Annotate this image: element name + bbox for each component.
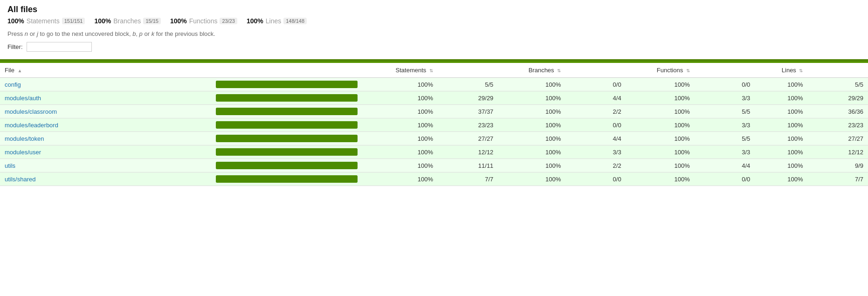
branches-badge: 15/15 bbox=[143, 18, 161, 24]
progress-bar-fill bbox=[216, 121, 358, 129]
progress-bar-bg bbox=[216, 162, 358, 169]
bar-cell bbox=[211, 105, 362, 118]
coverage-item-branches: 100% Branches 15/15 bbox=[94, 17, 161, 25]
ln-pct-cell: 100% bbox=[755, 78, 807, 91]
statements-badge: 151/151 bbox=[62, 18, 85, 24]
fn-val-cell: 5/5 bbox=[695, 132, 755, 145]
progress-bar-bg bbox=[216, 175, 358, 183]
stmt-pct-cell: 100% bbox=[362, 105, 438, 118]
file-link[interactable]: config bbox=[5, 81, 21, 88]
br-val-cell: 0/0 bbox=[565, 78, 626, 91]
br-val-cell: 0/0 bbox=[565, 118, 626, 132]
col-header-branches[interactable]: Branches ⇅ bbox=[498, 63, 565, 78]
ln-val-cell: 12/12 bbox=[807, 145, 868, 159]
progress-bar-bg bbox=[216, 121, 358, 129]
statements-label: Statements bbox=[27, 17, 60, 25]
branches-pct: 100% bbox=[94, 17, 111, 25]
file-link[interactable]: modules/auth bbox=[5, 95, 41, 102]
progress-bar-bg bbox=[216, 135, 358, 142]
br-val-cell: 2/2 bbox=[565, 159, 626, 172]
coverage-item-functions: 100% Functions 23/23 bbox=[170, 17, 237, 25]
table-row: modules/auth100%29/29100%4/4100%3/3100%2… bbox=[0, 91, 868, 105]
col-header-functions[interactable]: Functions ⇅ bbox=[626, 63, 695, 78]
ln-pct-cell: 100% bbox=[755, 159, 807, 172]
br-val-cell: 4/4 bbox=[565, 91, 626, 105]
table-row: modules/user100%12/12100%3/3100%3/3100%1… bbox=[0, 145, 868, 159]
stmt-val-cell: 37/37 bbox=[438, 105, 498, 118]
file-cell: modules/token bbox=[0, 132, 211, 145]
bar-cell bbox=[211, 118, 362, 132]
progress-bar-bg bbox=[216, 148, 358, 156]
fn-pct-cell: 100% bbox=[626, 145, 695, 159]
file-link[interactable]: modules/token bbox=[5, 135, 44, 142]
progress-bar-fill bbox=[216, 94, 358, 102]
functions-badge: 23/23 bbox=[220, 18, 237, 24]
col-header-lines[interactable]: Lines ⇅ bbox=[755, 63, 807, 78]
file-cell: utils bbox=[0, 159, 211, 172]
file-cell: modules/classroom bbox=[0, 105, 211, 118]
stmt-val-cell: 11/11 bbox=[438, 159, 498, 172]
stmt-val-cell: 23/23 bbox=[438, 118, 498, 132]
col-header-file[interactable]: File ▲ bbox=[0, 63, 211, 78]
ln-val-cell: 36/36 bbox=[807, 105, 868, 118]
stmt-pct-cell: 100% bbox=[362, 78, 438, 91]
br-val-cell: 3/3 bbox=[565, 145, 626, 159]
progress-bar-fill bbox=[216, 148, 358, 156]
coverage-summary: 100% Statements 151/151 100% Branches 15… bbox=[7, 17, 861, 25]
file-cell: config bbox=[0, 78, 211, 91]
stmt-val-cell: 5/5 bbox=[438, 78, 498, 91]
stmt-pct-cell: 100% bbox=[362, 132, 438, 145]
ln-val-cell: 27/27 bbox=[807, 132, 868, 145]
fn-val-cell: 3/3 bbox=[695, 118, 755, 132]
stmt-pct-cell: 100% bbox=[362, 91, 438, 105]
ln-pct-cell: 100% bbox=[755, 105, 807, 118]
fn-val-cell: 0/0 bbox=[695, 172, 755, 186]
br-pct-cell: 100% bbox=[498, 132, 565, 145]
col-header-statements[interactable]: Statements ⇅ bbox=[362, 63, 438, 78]
fn-val-cell: 3/3 bbox=[695, 91, 755, 105]
fn-pct-cell: 100% bbox=[626, 132, 695, 145]
ln-pct-cell: 100% bbox=[755, 172, 807, 186]
file-cell: modules/leaderbord bbox=[0, 118, 211, 132]
file-link[interactable]: modules/classroom bbox=[5, 108, 57, 115]
progress-bar-fill bbox=[216, 108, 358, 115]
bar-cell bbox=[211, 172, 362, 186]
bar-cell bbox=[211, 132, 362, 145]
coverage-table: File ▲ Statements ⇅ Branches ⇅ Functions… bbox=[0, 63, 868, 186]
fn-val-cell: 5/5 bbox=[695, 105, 755, 118]
file-link[interactable]: utils/shared bbox=[5, 176, 35, 183]
ln-val-cell: 9/9 bbox=[807, 159, 868, 172]
col-header-br-val bbox=[565, 63, 626, 78]
progress-bar-bg bbox=[216, 94, 358, 102]
file-link[interactable]: modules/leaderbord bbox=[5, 122, 58, 129]
ln-val-cell: 5/5 bbox=[807, 78, 868, 91]
stmt-pct-cell: 100% bbox=[362, 172, 438, 186]
functions-sort-icon: ⇅ bbox=[686, 68, 690, 73]
br-pct-cell: 100% bbox=[498, 78, 565, 91]
bar-cell bbox=[211, 91, 362, 105]
statements-pct: 100% bbox=[7, 17, 24, 25]
filter-label: Filter: bbox=[7, 43, 23, 50]
ln-pct-cell: 100% bbox=[755, 91, 807, 105]
ln-val-cell: 29/29 bbox=[807, 91, 868, 105]
file-link[interactable]: utils bbox=[5, 162, 15, 169]
progress-bar-bg bbox=[216, 108, 358, 115]
lines-pct: 100% bbox=[247, 17, 263, 25]
functions-pct: 100% bbox=[170, 17, 187, 25]
table-row: config100%5/5100%0/0100%0/0100%5/5 bbox=[0, 78, 868, 91]
file-cell: modules/auth bbox=[0, 91, 211, 105]
br-val-cell: 4/4 bbox=[565, 132, 626, 145]
col-header-fn-val bbox=[695, 63, 755, 78]
filter-input[interactable] bbox=[27, 42, 92, 52]
br-val-cell: 2/2 bbox=[565, 105, 626, 118]
ln-pct-cell: 100% bbox=[755, 145, 807, 159]
stmt-val-cell: 27/27 bbox=[438, 132, 498, 145]
br-pct-cell: 100% bbox=[498, 105, 565, 118]
bar-cell bbox=[211, 145, 362, 159]
fn-val-cell: 0/0 bbox=[695, 78, 755, 91]
col-header-stmt-val bbox=[438, 63, 498, 78]
progress-bar-fill bbox=[216, 175, 358, 183]
stmt-pct-cell: 100% bbox=[362, 145, 438, 159]
ln-pct-cell: 100% bbox=[755, 118, 807, 132]
file-link[interactable]: modules/user bbox=[5, 149, 41, 156]
